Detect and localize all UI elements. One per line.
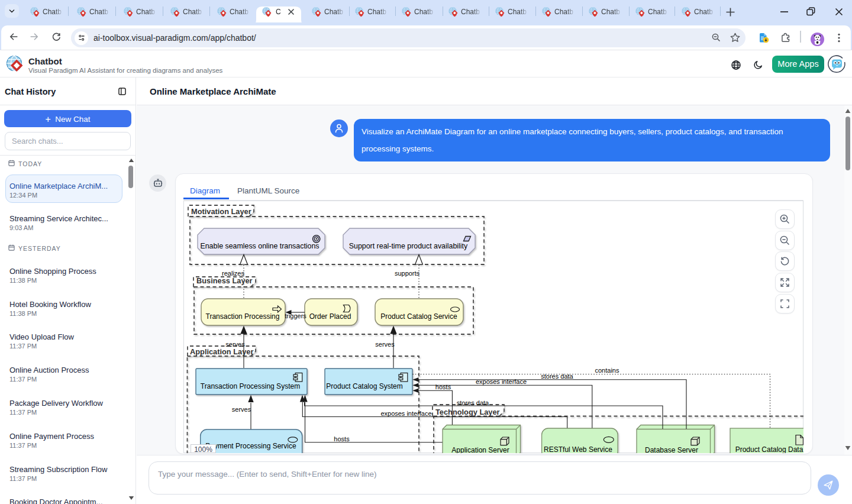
- svg-text:serves: serves: [375, 341, 395, 348]
- svg-text:Application Server: Application Server: [451, 446, 509, 453]
- svg-text:stores data: stores data: [457, 399, 489, 406]
- svg-text:realizes: realizes: [222, 270, 244, 277]
- svg-text:contains: contains: [595, 367, 619, 374]
- svg-text:serves: serves: [232, 406, 251, 413]
- svg-text:Product Catalog Service: Product Catalog Service: [380, 312, 457, 321]
- svg-text:Application Layer: Application Layer: [190, 347, 253, 356]
- svg-text:exposes interface: exposes interface: [476, 378, 527, 385]
- svg-text:Product Catalog Data: Product Catalog Data: [735, 445, 803, 454]
- svg-text:Payment Processing Service: Payment Processing Service: [205, 442, 296, 450]
- svg-text:exposes interface: exposes interface: [380, 410, 431, 417]
- svg-text:Business Layer: Business Layer: [196, 276, 253, 285]
- svg-text:serves: serves: [225, 341, 245, 348]
- svg-text:supports: supports: [395, 270, 420, 277]
- svg-text:Motivation Layer: Motivation Layer: [191, 207, 251, 216]
- svg-text:Database Server: Database Server: [645, 446, 698, 453]
- svg-text:hosts: hosts: [435, 383, 451, 390]
- svg-text:Technology Layer: Technology Layer: [435, 408, 500, 416]
- svg-text:stores data: stores data: [541, 373, 573, 380]
- svg-text:RESTful Web Service: RESTful Web Service: [544, 445, 612, 454]
- svg-text:Transaction Processing: Transaction Processing: [206, 312, 280, 321]
- svg-text:Transaction Processing System: Transaction Processing System: [201, 382, 300, 390]
- svg-text:Support real-time product avai: Support real-time product availability: [349, 242, 468, 250]
- svg-text:Enable seamless online transac: Enable seamless online transactions: [200, 242, 319, 250]
- svg-text:triggers: triggers: [285, 312, 306, 319]
- svg-text:Order Placed: Order Placed: [309, 312, 351, 321]
- svg-text:Product Catalog System: Product Catalog System: [326, 382, 402, 390]
- svg-text:hosts: hosts: [334, 435, 350, 442]
